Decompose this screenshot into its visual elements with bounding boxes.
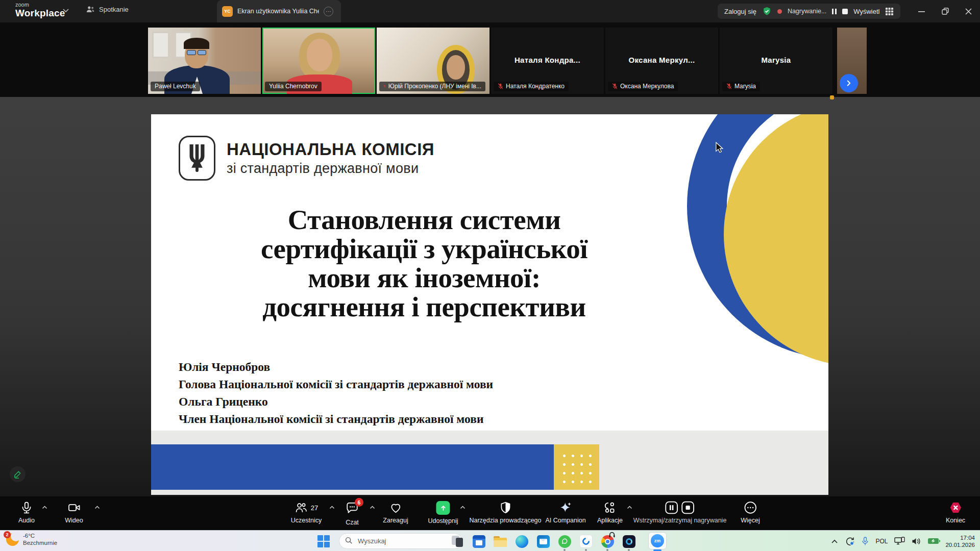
share-options-chevron-icon[interactable]	[460, 506, 465, 509]
end-meeting-button[interactable]: Koniec	[946, 501, 965, 524]
author-name: Юлія Чернобров	[179, 358, 493, 375]
participant-name: Marysia	[734, 83, 756, 90]
host-tools-shield-icon	[499, 501, 512, 514]
video-tile-yuliia[interactable]: Yuliia Chernobrov	[262, 28, 375, 94]
participant-name: Юрій Прокопенко (ЛНУ імені Ів...	[388, 83, 481, 90]
window-close-button[interactable]	[957, 0, 980, 22]
react-button[interactable]: Zareaguj	[383, 501, 408, 524]
slide-title-line: Становлення системи	[182, 205, 667, 234]
participant-display-name: Оксана Меркул...	[605, 56, 718, 64]
annotation-pencil-button[interactable]	[10, 466, 26, 482]
host-tools-button[interactable]: Narzędzia prowadzącego	[469, 501, 541, 524]
security-shield-icon[interactable]	[762, 6, 772, 16]
share-label: Udostępnij	[428, 517, 458, 524]
record-toggle-button[interactable]: Wstrzymaj/zatrzymaj nagrywanie	[633, 501, 727, 524]
chat-button[interactable]: 6 Czat	[346, 501, 359, 526]
sync-status-icon[interactable]	[845, 536, 855, 546]
language-indicator[interactable]: POL	[875, 538, 888, 545]
participant-name-label: Наталя Кондратенко	[494, 82, 569, 91]
organization-subtitle: зі стандартів державної мови	[227, 161, 434, 177]
participant-name-label: Yuliia Chernobrov	[265, 82, 322, 91]
audio-label: Audio	[18, 517, 35, 524]
participants-count: 27	[311, 504, 318, 512]
chevron-right-icon	[844, 79, 853, 88]
workspace-chevron-down-icon[interactable]	[62, 8, 69, 13]
webex-icon[interactable]	[621, 534, 636, 549]
ai-sparkle-icon	[559, 501, 572, 514]
tryzub-emblem-icon	[179, 136, 215, 181]
edge-browser-icon[interactable]	[514, 534, 529, 549]
battery-icon[interactable]	[928, 538, 939, 544]
author-role: Голова Національної комісії зі стандарті…	[179, 375, 493, 393]
chat-unread-badge: 6	[355, 498, 363, 507]
microsoft-store-icon[interactable]	[471, 534, 486, 549]
speaker-icon[interactable]	[912, 537, 921, 545]
audio-options-chevron-icon[interactable]	[42, 506, 47, 509]
chat-label: Czat	[346, 519, 359, 526]
logo-zoom-text: zoom	[15, 2, 65, 8]
video-options-chevron-icon[interactable]	[94, 506, 100, 509]
pause-recording-icon[interactable]	[832, 9, 837, 14]
slide-title-line: мови як іноземної:	[182, 263, 667, 292]
ai-companion-button[interactable]: AI Companion	[545, 501, 585, 524]
apps-button[interactable]: Aplikacje	[597, 501, 623, 524]
zoom-app-icon[interactable]: zm	[648, 532, 667, 549]
shared-screen-stage: НАЦІОНАЛЬНА КОМІСІЯ зі стандартів держав…	[0, 97, 980, 496]
more-button[interactable]: Więcej	[741, 501, 760, 524]
tray-microphone-icon[interactable]	[862, 537, 869, 546]
logo-workplace-text: Workplace	[15, 8, 65, 18]
participant-name-label: Юрій Прокопенко (ЛНУ імені Ів...	[379, 82, 485, 91]
video-tile-pawel[interactable]: Paweł Levchuk	[148, 28, 261, 94]
end-meeting-label: Koniec	[946, 517, 965, 524]
apps-options-chevron-icon[interactable]	[627, 506, 632, 509]
weather-widget[interactable]: 2 -6°C Bezchmurnie	[6, 532, 57, 546]
app-running-dot	[564, 549, 566, 551]
pause-recording-icon[interactable]	[665, 501, 678, 514]
start-button[interactable]	[317, 535, 329, 547]
audio-button[interactable]: Audio	[18, 501, 35, 524]
weather-alert-badge: 2	[4, 531, 11, 538]
tray-chevron-up-icon[interactable]	[831, 539, 838, 544]
view-button[interactable]: Wyświetl	[853, 8, 879, 15]
video-tile-marysia[interactable]: Marysia Marysia	[720, 28, 832, 94]
video-tile-natalia[interactable]: Наталя Кондра... Наталя Кондратенко	[491, 28, 604, 94]
search-input[interactable]	[339, 533, 462, 549]
tab-options-icon[interactable]: ···	[324, 7, 333, 16]
participants-button[interactable]: 27 Uczestnicy	[291, 501, 322, 524]
app-running-dot	[606, 549, 608, 551]
apps-icon	[603, 501, 617, 514]
stop-recording-icon[interactable]	[681, 501, 695, 514]
tab-screen-share[interactable]: YC Ekran użytkownika Yuliia Chernob ···	[217, 0, 341, 22]
window-restore-button[interactable]	[934, 0, 957, 22]
sign-in-button[interactable]: Zaloguj się	[724, 8, 756, 15]
weather-temperature: -6°C	[23, 533, 35, 539]
chat-options-chevron-icon[interactable]	[370, 506, 375, 509]
slide-title-line: сертифікації з української	[182, 234, 667, 263]
video-tile-oksana[interactable]: Оксана Меркул... Оксана Меркулова	[605, 28, 718, 94]
tab-meeting[interactable]: Spotkanie	[86, 5, 129, 13]
task-view-icon[interactable]	[450, 534, 465, 549]
organization-name: НАЦІОНАЛЬНА КОМІСІЯ	[227, 140, 434, 159]
file-explorer-icon[interactable]	[493, 534, 508, 549]
video-tile-yurii[interactable]: Юрій Прокопенко (ЛНУ імені Ів...	[377, 28, 489, 94]
window-minimize-button[interactable]	[910, 0, 933, 22]
display-cast-icon[interactable]	[894, 537, 905, 545]
app-running-dot	[628, 549, 630, 551]
people-icon	[86, 5, 95, 13]
video-button[interactable]: Wideo	[65, 501, 83, 524]
app-running-dot	[585, 549, 587, 551]
meeting-toolbar: Audio Wideo 27 Uczestnicy	[0, 496, 980, 530]
next-participants-button[interactable]	[840, 74, 858, 92]
stop-recording-icon[interactable]	[842, 9, 848, 14]
sync-app-icon[interactable]	[578, 534, 594, 549]
zoom-zm-logo: zm	[651, 534, 664, 547]
chrome-icon[interactable]	[600, 534, 615, 549]
share-screen-button[interactable]: Udostępnij	[428, 501, 458, 524]
zoom-workplace-logo: zoom Workplace	[15, 2, 65, 18]
outlook-icon[interactable]	[535, 534, 551, 549]
whatsapp-icon[interactable]	[557, 534, 572, 549]
clock-widget[interactable]: 17:04 20.01.2026	[945, 534, 975, 548]
participant-display-name: Наталя Кондра...	[491, 56, 604, 64]
slide-title-line: досягнення і перспективи	[182, 292, 667, 321]
participants-options-chevron-icon[interactable]	[329, 506, 335, 509]
